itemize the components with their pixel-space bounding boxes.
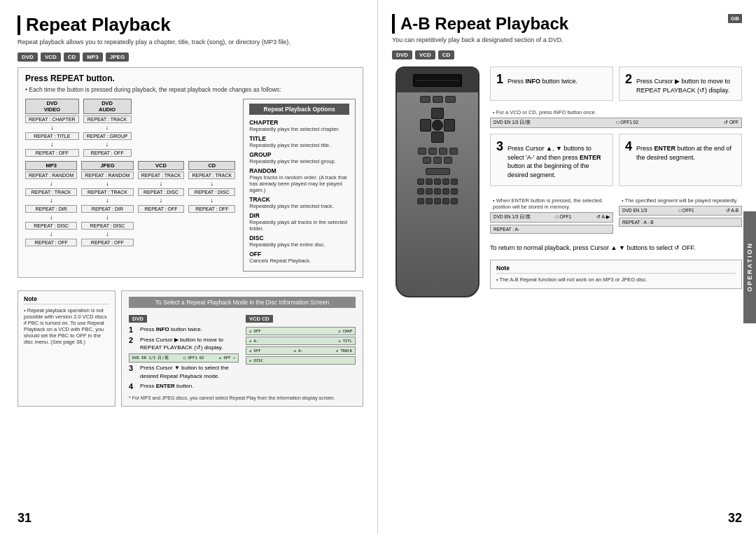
dvd-audio-header: DVDAUDIO — [83, 99, 132, 114]
dvd-audio-col: DVDAUDIO REPEAT : TRACK ↓ REPEAT : GROUP… — [83, 99, 132, 157]
step2-header: 2 Press Cursor ▶ button to move to REPEA… — [625, 73, 736, 94]
right-subtitle: You can repetitively play back a designa… — [392, 36, 742, 43]
cd-item-0: REPEAT : TRACK — [188, 171, 235, 179]
remote-illustration — [396, 66, 479, 297]
dvda-item-0: REPEAT : TRACK — [83, 115, 132, 123]
remote-btn — [451, 178, 458, 185]
operation-label: OPERATION — [746, 242, 753, 292]
select-osd-4: ↺ OFF↺ A-↺ TRACK — [246, 346, 356, 355]
repeat-title: Press REPEAT button. — [25, 73, 356, 83]
opt-dir-title: DIR — [249, 212, 349, 219]
select-osd-3: ↺ A-↺ TITL — [246, 337, 356, 345]
dvda-arrow-1: ↓ — [106, 141, 109, 148]
remote-btn — [444, 157, 452, 164]
opt-disc: DISC Repeatedly plays the entire disc. — [249, 234, 349, 248]
options-title: Repeat Playback Options — [249, 104, 349, 115]
repeat-box: Press REPEAT button. • Each time the but… — [18, 67, 363, 278]
left-format-badges: DVD VCD CD MP3 JPEG — [18, 52, 363, 62]
remote-btn-wide — [426, 168, 450, 175]
nav-right — [444, 119, 455, 132]
page-number-left: 31 — [18, 511, 31, 526]
remote-btn — [418, 148, 426, 155]
select-content: DVD 1 Press INFO button twice. 2 Press C… — [129, 314, 356, 393]
opt-disc-title: DISC — [249, 234, 349, 241]
opt-title-desc: Repeatedly plays the selected title. — [249, 142, 349, 148]
opt-dir: DIR Repeatedly plays all tracks in the s… — [249, 212, 349, 232]
step3-num: 3 — [496, 140, 503, 153]
jpeg-item-1: REPEAT : TRACK — [81, 188, 133, 196]
cd-arrow-0: ↓ — [211, 181, 214, 187]
remote-btn — [428, 148, 437, 155]
vcd-item-0: REPEAT : TRACK — [138, 171, 185, 179]
cd-header: CD — [188, 161, 235, 170]
jpeg-item-3: REPEAT : DISC — [81, 222, 133, 230]
remote-area — [392, 66, 483, 297]
mp3-arrow-3: ↓ — [50, 231, 53, 237]
remote-btn — [417, 198, 424, 204]
opt-title-label: TITLE — [249, 135, 349, 142]
remote-btn — [426, 188, 433, 195]
opt-track: TRACK Repeatedly plays the selected trac… — [249, 196, 349, 209]
step-num-1: 1 — [129, 325, 137, 334]
step3-note-area: • When ENTER button is pressed, the sele… — [490, 195, 613, 236]
remote-btn — [417, 178, 424, 185]
options-panel: Repeat Playback Options CHAPTER Repeated… — [243, 99, 356, 272]
note-title: Note — [24, 295, 109, 304]
remote-btn — [423, 157, 431, 164]
remote-btn — [442, 198, 449, 204]
mp3-item-3: REPEAT : DISC — [25, 222, 77, 230]
dvd-section: DVDVIDEO REPEAT : CHAPTER ↓ REPEAT : TIT… — [25, 99, 235, 157]
remote-btn — [442, 188, 449, 195]
dvd-video-header: DVDVIDEO — [25, 99, 79, 114]
ab-osd-2: DVD EN 1/3 日/英□ OFF1↺ A-▶ — [490, 212, 613, 223]
jpeg-item-0: REPEAT : RANDOM — [81, 171, 133, 179]
nav-enter — [432, 120, 443, 131]
left-subtitle: Repeat playback allows you to repeatedly… — [18, 38, 363, 45]
vcd-arrow-0: ↓ — [160, 181, 163, 187]
mp3-arrow-1: ↓ — [50, 197, 53, 204]
jpeg-col: JPEG REPEAT : RANDOM ↓ REPEAT : TRACK ↓ … — [81, 161, 133, 246]
page-number-right: 32 — [728, 511, 742, 526]
step-text-3: Press Cursor ▼ button to select the desi… — [140, 364, 239, 379]
cd-arrow-1: ↓ — [211, 197, 214, 204]
right-page: GB A-B Repeat Playback You can repetitiv… — [378, 0, 756, 534]
opt-off-title: OFF — [249, 251, 349, 258]
remote-btn — [451, 198, 458, 204]
repeat-note: • Each time the button is pressed during… — [25, 86, 356, 93]
left-page: Repeat Playback Repeat playback allows y… — [0, 0, 378, 534]
dvd-arrow-1: ↓ — [50, 141, 54, 148]
vcd-item-1: REPEAT : DISC — [138, 188, 185, 196]
right-note-box: Note • The A-B Repeat function will not … — [490, 260, 742, 289]
right-title: A-B Repeat Playback — [392, 14, 742, 34]
ab-step-4: 4 Press ENTER button at the end of the d… — [619, 134, 742, 185]
step1-num: 1 — [496, 73, 503, 85]
cd-item-1: REPEAT : DISC — [188, 188, 235, 196]
mp3-item-0: REPEAT : RANDOM — [25, 171, 77, 179]
step1-header: 1 Press INFO button twice. — [496, 73, 607, 86]
cd-col: CD REPEAT : TRACK ↓ REPEAT : DISC ↓ REPE… — [188, 161, 235, 246]
opt-title: TITLE Repeatedly plays the selected titl… — [249, 135, 349, 148]
left-mode-sections: DVDVIDEO REPEAT : CHAPTER ↓ REPEAT : TIT… — [25, 99, 235, 272]
rbadge-cd: CD — [438, 50, 455, 59]
right-note-title: Note — [496, 265, 736, 274]
note-text-0: • Repeat playback operation is not possi… — [24, 307, 109, 345]
dvd-steps-area: DVD 1 Press INFO button twice. 2 Press C… — [129, 314, 239, 393]
nav-down — [431, 132, 444, 143]
jpeg-header: JPEG — [81, 161, 133, 170]
remote-display — [413, 74, 462, 87]
jpeg-item-4: REPEAT : OFF — [81, 239, 133, 246]
opt-track-title: TRACK — [249, 196, 349, 203]
remote-btn — [434, 188, 441, 195]
ab-layout: 1 Press INFO button twice. 2 Press Curso… — [392, 66, 742, 297]
step3-text: Press Cursor ▲, ▼ buttons to select 'A-'… — [507, 144, 607, 179]
vcd-col: VCD REPEAT : TRACK ↓ REPEAT : DISC ↓ REP… — [138, 161, 185, 246]
gb-badge: GB — [728, 14, 742, 23]
step-num-2: 2 — [129, 336, 137, 344]
mp3-item-4: REPEAT : OFF — [25, 239, 77, 246]
select-footnote: * For MP3 and JPEG discs, you cannot sel… — [129, 395, 356, 400]
select-step-4: 4 Press ENTER button. — [129, 382, 239, 391]
ab-osd-1: DVD EN 1/3 日/英□ OFF1 02↺ OFF — [490, 118, 742, 128]
dvda-item-2: REPEAT : OFF — [83, 149, 132, 157]
remote-top — [397, 68, 478, 92]
step4-header: 4 Press ENTER button at the end of the d… — [625, 140, 736, 162]
